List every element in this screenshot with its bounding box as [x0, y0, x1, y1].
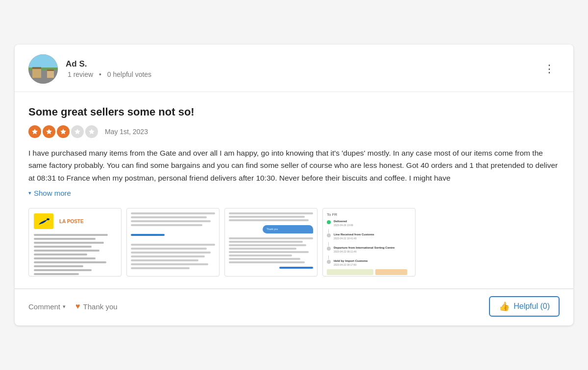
review-card: Ad S. 1 review • 0 helpful votes ⋮ Some … — [15, 45, 573, 326]
star-3 — [57, 125, 70, 138]
review-images: LA POSTE Post-solution La Poste — [28, 208, 560, 277]
meta-separator: • — [99, 70, 101, 78]
more-options-button[interactable]: ⋮ — [540, 62, 560, 76]
svg-marker-1 — [46, 129, 52, 134]
rating-row: May 1st, 2023 — [28, 125, 560, 138]
review-text: I have purchased many items from the Gat… — [28, 147, 560, 185]
comment-label: Comment — [28, 302, 60, 311]
svg-marker-2 — [60, 129, 66, 134]
comment-button[interactable]: Comment ▾ — [28, 302, 66, 311]
helpful-votes: 0 helpful votes — [107, 70, 151, 78]
tracking-delivered: Delivered 2023-04-26 13:49 — [327, 220, 411, 227]
tracking-dot-3 — [327, 260, 331, 264]
review-image-1[interactable]: LA POSTE Post-solution La Poste — [28, 208, 122, 277]
user-details: Ad S. 1 review • 0 helpful votes — [66, 59, 153, 78]
user-meta: 1 review • 0 helpful votes — [66, 70, 153, 78]
show-more-label: Show more — [34, 189, 71, 197]
show-more-button[interactable]: ▾ Show more — [28, 189, 560, 197]
chat-bubble-text: Thank you — [267, 228, 309, 231]
thank-you-button[interactable]: ♥ Thank you — [75, 302, 118, 311]
laposte-bird-icon — [34, 213, 53, 229]
helpful-label: Helpful (0) — [514, 302, 550, 311]
tracking-import-info: Held by Import Customs 2023-04-22 09:17:… — [334, 259, 368, 266]
tracking-dot-2 — [327, 247, 331, 251]
review-title: Some great sellers some not so! — [28, 106, 560, 118]
star-1 — [28, 125, 41, 138]
tracking-sorting-info: Departure from International Sorting Cen… — [334, 246, 394, 253]
show-more-arrow-icon: ▾ — [28, 190, 31, 196]
review-image-2[interactable] — [126, 208, 220, 277]
user-info: Ad S. 1 review • 0 helpful votes — [28, 54, 153, 84]
svg-marker-3 — [74, 129, 80, 134]
svg-point-5 — [47, 218, 49, 220]
comment-dropdown-icon: ▾ — [63, 303, 66, 310]
star-4 — [71, 125, 84, 138]
review-image-3[interactable]: Thank you — [224, 208, 318, 277]
message-lines — [131, 212, 215, 277]
user-name: Ad S. — [66, 59, 153, 69]
footer-left-actions: Comment ▾ ♥ Thank you — [28, 302, 118, 311]
svg-marker-4 — [89, 129, 95, 134]
star-rating — [28, 125, 98, 138]
laposte-document-lines — [34, 234, 116, 275]
tracking-dot-1 — [327, 233, 331, 237]
tracking-content: To FR Delivered 2023-04-26 13:49 Line Re… — [327, 212, 411, 277]
star-5 — [85, 125, 98, 138]
helpful-button[interactable]: 👍 Helpful (0) — [489, 296, 560, 317]
thumbs-up-icon: 👍 — [499, 301, 510, 312]
review-image-4[interactable]: To FR Delivered 2023-04-26 13:49 Line Re… — [322, 208, 416, 277]
chat-content: Thank you — [229, 212, 313, 269]
tracking-customs-1: Line Received from Customs 2023-04-22 19… — [327, 233, 411, 240]
review-footer: Comment ▾ ♥ Thank you 👍 Helpful (0) — [15, 289, 573, 325]
heart-icon: ♥ — [75, 302, 80, 311]
review-count: 1 review — [68, 70, 93, 78]
review-date: May 1st, 2023 — [105, 128, 148, 136]
tracking-import: Held by Import Customs 2023-04-22 09:17:… — [327, 259, 411, 266]
user-header: Ad S. 1 review • 0 helpful votes ⋮ — [15, 45, 573, 92]
thank-you-label: Thank you — [83, 302, 118, 311]
star-2 — [43, 125, 55, 138]
tracking-destination: To FR — [327, 212, 411, 217]
laposte-logo: LA POSTE — [34, 213, 116, 229]
laposte-brand-text: LA POSTE — [59, 219, 84, 224]
tracking-sorting: Departure from International Sorting Cen… — [327, 246, 411, 253]
tracking-delivered-info: Delivered 2023-04-26 13:49 — [334, 220, 353, 227]
review-body: Some great sellers some not so! — [15, 92, 573, 277]
svg-marker-0 — [32, 129, 38, 134]
tracking-customs-1-info: Line Received from Customs 2023-04-22 19… — [334, 233, 374, 240]
avatar — [28, 54, 58, 84]
tracking-dot-delivered — [327, 220, 331, 224]
